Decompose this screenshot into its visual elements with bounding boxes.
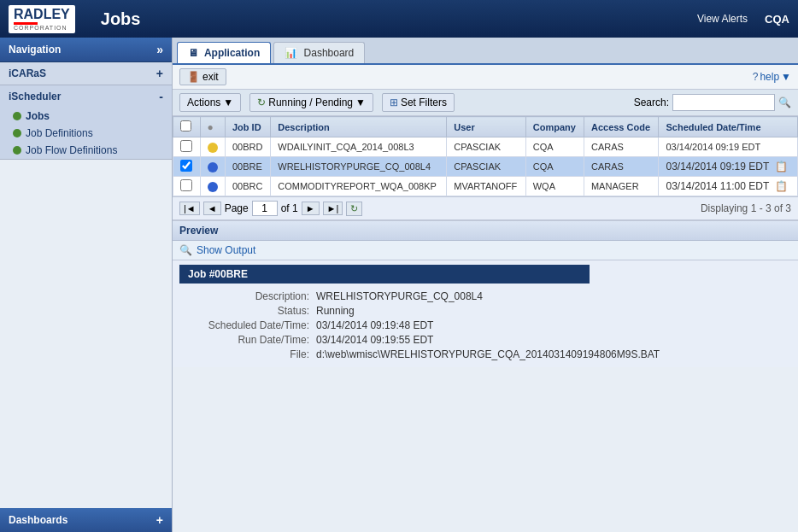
col-access-code[interactable]: Access Code [584, 117, 659, 137]
tab-dashboard-label: Dashboard [304, 47, 355, 59]
row-checkbox-cell[interactable] [173, 137, 201, 157]
first-page-button[interactable]: |◄ [179, 202, 200, 215]
refresh-button[interactable]: ↻ [346, 202, 362, 216]
select-all-checkbox[interactable] [180, 120, 191, 132]
toolbar-right: ? help ▼ [753, 71, 791, 83]
sidebar-dashboards[interactable]: Dashboards + [0, 508, 172, 532]
running-pending-label: Running / Pending [268, 96, 353, 108]
content-area: 🖥 Application 📊 Dashboard 🚪 exit ? help [173, 38, 798, 532]
table-body: 00BRD WDAILYINIT_CQA_2014_008L3 CPASCIAK… [173, 137, 798, 196]
grid-toolbar: Actions ▼ ↻ Running / Pending ▼ ⊞ Set Fi… [173, 90, 798, 116]
job-preview-content: Job #00BRE Description: WRELHISTORYPURGE… [173, 260, 798, 367]
actions-label: Actions [187, 96, 220, 108]
filter-icon: ⊞ [390, 96, 398, 108]
row-checkbox-cell[interactable] [173, 177, 201, 196]
preview-label-scheduled: Scheduled Date/Time: [179, 319, 316, 331]
col-description[interactable]: Description [271, 117, 447, 137]
row-description[interactable]: WDAILYINIT_CQA_2014_008L3 [271, 137, 447, 157]
next-page-button[interactable]: ► [302, 202, 320, 215]
arrow-icon [13, 129, 21, 137]
row-status-cell [200, 157, 225, 177]
row-access-code: CARAS [584, 157, 659, 177]
search-icon[interactable]: 🔍 [778, 96, 791, 108]
col-user[interactable]: User [447, 117, 525, 137]
page-of-label: of 1 [281, 202, 298, 214]
view-alerts-link[interactable]: View Alerts [697, 13, 748, 25]
header-actions: View Alerts CQA [697, 13, 789, 26]
set-filters-label: Set Filters [401, 96, 447, 108]
row-job-id[interactable]: 00BRD [225, 137, 270, 157]
prev-page-button[interactable]: ◄ [203, 202, 221, 215]
actions-button[interactable]: Actions ▼ [179, 93, 241, 112]
show-output-label[interactable]: Show Output [197, 244, 255, 256]
preview-row: Scheduled Date/Time: 03/14/2014 09:19:48… [179, 319, 791, 331]
job-preview-title: Job #00BRE [179, 265, 590, 284]
row-detail-icon[interactable]: 📋 [775, 161, 788, 172]
status-icon [208, 143, 218, 153]
set-filters-button[interactable]: ⊞ Set Filters [382, 93, 455, 112]
tab-dashboard[interactable]: 📊 Dashboard [273, 42, 365, 63]
running-pending-button[interactable]: ↻ Running / Pending ▼ [249, 93, 373, 112]
sidebar-nav-toggle[interactable]: » [156, 43, 163, 56]
row-status-cell [200, 137, 225, 157]
exit-button[interactable]: 🚪 exit [179, 68, 226, 85]
search-input[interactable] [672, 94, 775, 111]
row-checkbox-cell[interactable] [173, 157, 201, 177]
sidebar-jobs-label: Jobs [26, 110, 50, 122]
preview-value-description: WRELHISTORYPURGE_CQ_008L4 [316, 290, 483, 302]
col-status: ● [200, 117, 225, 137]
sidebar-icaras-expand: + [156, 67, 163, 80]
col-scheduled[interactable]: Scheduled Date/Time [659, 117, 798, 137]
preview-row: Run Date/Time: 03/14/2014 09:19:55 EDT [179, 334, 791, 346]
sidebar-item-job-definitions[interactable]: Job Definitions [9, 125, 172, 142]
row-description[interactable]: COMMODITYREPORT_WQA_008KP [271, 177, 447, 196]
sidebar-dashboards-label: Dashboards [9, 514, 67, 526]
preview-value-status: Running [316, 305, 355, 317]
row-description[interactable]: WRELHISTORYPURGE_CQ_008L4 [271, 157, 447, 177]
header-user: CQA [765, 13, 789, 26]
row-checkbox[interactable] [180, 140, 192, 152]
tab-application-label: Application [204, 47, 260, 59]
tab-bar: 🖥 Application 📊 Dashboard [173, 38, 798, 65]
table-row: 00BRE WRELHISTORYPURGE_CQ_008L4 CPASCIAK… [173, 157, 798, 177]
tab-application[interactable]: 🖥 Application [177, 42, 271, 63]
row-user: CPASCIAK [447, 137, 525, 157]
exit-icon: 🚪 [187, 71, 200, 83]
row-scheduled: 03/14/2014 09:19 EDT 📋 [659, 157, 798, 177]
pagination-count: Displaying 1 - 3 of 3 [701, 202, 791, 214]
row-detail-icon[interactable]: 📋 [775, 180, 788, 192]
row-checkbox[interactable] [180, 179, 192, 191]
row-job-id[interactable]: 00BRE [225, 157, 270, 177]
table-row: 00BRD WDAILYINIT_CQA_2014_008L3 CPASCIAK… [173, 137, 798, 157]
dashboard-icon: 📊 [285, 47, 297, 59]
row-checkbox[interactable] [180, 160, 192, 172]
arrow-icon [13, 112, 21, 120]
sidebar-dashboards-expand[interactable]: + [156, 513, 163, 527]
sidebar-item-jobs[interactable]: Jobs [9, 108, 172, 125]
help-label: help [760, 71, 779, 83]
sidebar-icaras-label: iCARaS [9, 67, 46, 79]
col-company[interactable]: Company [525, 117, 584, 137]
last-page-button[interactable]: ►| [323, 202, 343, 215]
col-job-id[interactable]: Job ID [225, 117, 270, 137]
row-company: WQA [525, 177, 584, 196]
row-job-id[interactable]: 00BRC [225, 177, 270, 196]
preview-value-run: 03/14/2014 09:19:55 EDT [316, 334, 433, 346]
arrow-icon [13, 146, 21, 155]
sidebar-item-job-flow-definitions[interactable]: Job Flow Definitions [9, 142, 172, 159]
row-company: CQA [525, 157, 584, 177]
toolbar-left: 🚪 exit [179, 68, 226, 85]
help-button[interactable]: ? help ▼ [753, 71, 791, 83]
col-checkbox [173, 117, 201, 137]
preview-row: Status: Running [179, 305, 791, 317]
sidebar-item-icaras[interactable]: iCARaS + [0, 62, 172, 85]
application-icon: 🖥 [188, 47, 198, 59]
table-container: ● Job ID Description User Company Access… [173, 116, 798, 196]
table-header-row: ● Job ID Description User Company Access… [173, 117, 798, 137]
show-output-bar[interactable]: 🔍 Show Output [173, 241, 798, 260]
sidebar-ischeduler-toggle[interactable]: - [159, 90, 163, 103]
page-input[interactable] [252, 201, 278, 216]
sidebar-ischeduler-header[interactable]: iScheduler - [0, 85, 172, 108]
running-pending-dropdown-icon: ▼ [355, 96, 366, 108]
preview-section: Preview 🔍 Show Output Job #00BRE Descrip… [173, 220, 798, 367]
